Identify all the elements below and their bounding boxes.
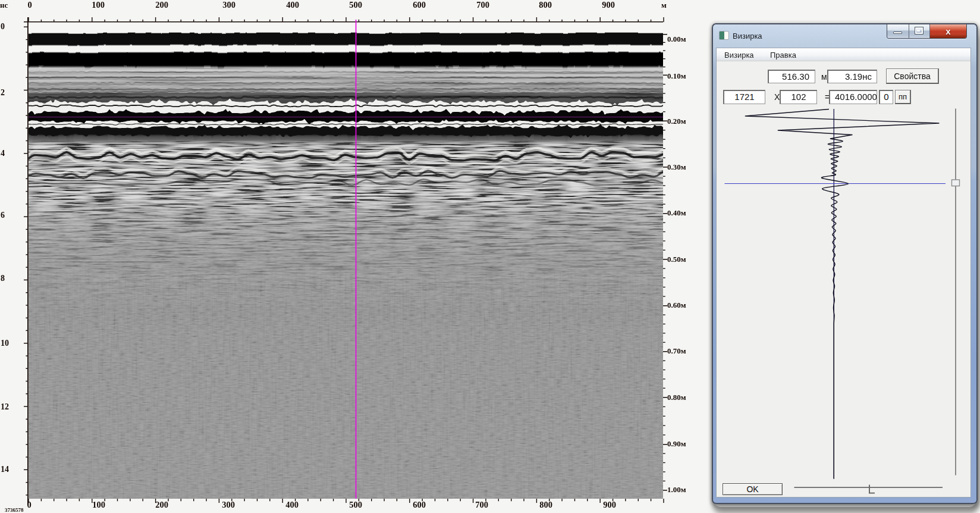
svg-text:500: 500 [349,500,362,509]
svg-text:0.60м: 0.60м [667,301,686,309]
svg-text:м: м [661,1,667,10]
svg-text:4: 4 [1,149,5,158]
svg-text:600: 600 [413,500,426,509]
svg-text:12: 12 [1,402,9,411]
svg-text:0: 0 [1,22,5,31]
svg-text:500: 500 [349,0,362,10]
svg-text:300: 300 [222,0,235,10]
svg-text:нс: нс [0,1,8,10]
svg-text:800: 800 [539,500,552,509]
svg-text:3736578: 3736578 [5,507,24,513]
svg-text:8: 8 [1,274,5,283]
svg-text:0.30м: 0.30м [667,162,686,171]
svg-text:0.20м: 0.20м [667,117,686,126]
svg-text:900: 900 [603,500,616,509]
svg-text:900: 900 [602,0,615,10]
svg-text:0.80м: 0.80м [667,393,686,402]
svg-text:400: 400 [286,0,299,10]
svg-text:0: 0 [27,0,32,10]
svg-text:100: 100 [92,500,105,509]
svg-text:2: 2 [1,88,5,97]
svg-text:14: 14 [1,465,9,474]
svg-text:700: 700 [476,0,489,10]
svg-text:1.00м: 1.00м [667,485,686,494]
svg-text:200: 200 [155,0,168,10]
svg-text:200: 200 [155,500,168,509]
svg-text:400: 400 [285,500,299,509]
svg-text:0.70м: 0.70м [667,346,686,355]
svg-text:800: 800 [539,0,552,10]
svg-text:600: 600 [413,0,426,10]
svg-text:0.90м: 0.90м [667,439,686,448]
svg-text:300: 300 [222,500,235,509]
svg-text:0.00м: 0.00м [667,35,686,43]
svg-text:0.10м: 0.10м [667,71,686,80]
svg-text:0: 0 [27,500,31,509]
svg-text:6: 6 [1,211,5,220]
svg-text:0.50м: 0.50м [667,255,686,264]
svg-text:10: 10 [1,339,9,348]
svg-text:100: 100 [92,0,105,10]
svg-text:0.40м: 0.40м [667,208,686,217]
svg-text:700: 700 [475,500,488,509]
